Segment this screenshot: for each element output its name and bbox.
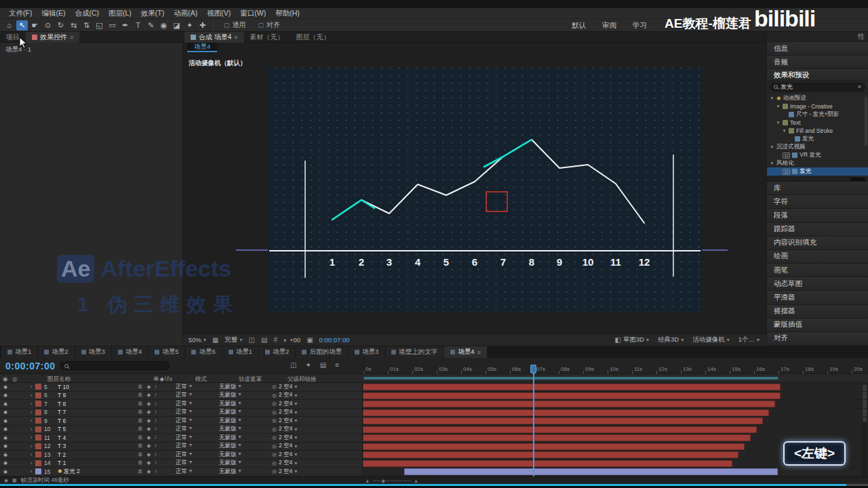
pickwhip-icon[interactable]: ◎ bbox=[272, 418, 277, 424]
comp-canvas[interactable]: 123456789101112 bbox=[268, 68, 702, 312]
track-matte-select[interactable]: 无蒙版▾ bbox=[219, 459, 272, 467]
layer-duration-bar[interactable] bbox=[404, 468, 778, 475]
eye-icon[interactable]: ◉ bbox=[0, 443, 11, 449]
dolly-camera-tool-icon[interactable]: ⇅ bbox=[81, 20, 92, 30]
panel-item-性[interactable]: 性 bbox=[767, 32, 868, 42]
expand-arrow-icon[interactable]: › bbox=[27, 384, 35, 390]
scrollbar-thumb[interactable] bbox=[850, 178, 865, 181]
layer-switches[interactable]: 单 ◆ / bbox=[138, 418, 176, 424]
zoom-tool-icon[interactable]: ⊙ bbox=[42, 20, 54, 30]
workspace-审阅[interactable]: 审阅 bbox=[602, 21, 616, 30]
layer-name[interactable]: ✱发光 2 bbox=[58, 468, 138, 476]
expand-arrow-icon[interactable]: › bbox=[27, 418, 35, 424]
time-ruler[interactable]: 0s01s02s03s04s05s06s07s08s09s10s11s12s13… bbox=[363, 358, 868, 374]
expand-arrow-icon[interactable]: › bbox=[27, 451, 35, 458]
eye-icon[interactable]: ◉ bbox=[0, 435, 11, 441]
panel-menu-icon[interactable]: ≡ bbox=[477, 349, 480, 356]
home-tool-icon[interactable]: ⌂ bbox=[3, 20, 15, 30]
playhead-grabber[interactable] bbox=[530, 365, 536, 373]
menu-item[interactable]: 窗口(W) bbox=[235, 9, 271, 18]
layer-name[interactable]: T 7 bbox=[58, 409, 138, 415]
preset-VR 发光[interactable]: 32VR 发光 bbox=[767, 151, 868, 159]
expand-arrow-icon[interactable]: › bbox=[27, 392, 35, 399]
eye-icon[interactable]: ◉ bbox=[0, 452, 11, 458]
tree-arrow-icon[interactable]: ▾ bbox=[782, 128, 787, 134]
layer-color-swatch[interactable] bbox=[35, 468, 41, 474]
clone-stamp-tool-icon[interactable]: ◉ bbox=[158, 20, 170, 30]
panel-item-段落[interactable]: 段落 bbox=[767, 209, 868, 222]
layer-name[interactable]: T 6 bbox=[58, 418, 138, 424]
panel-item-信息[interactable]: 信息 bbox=[767, 42, 868, 56]
expand-arrow-icon[interactable]: › bbox=[27, 468, 35, 474]
camera-view-select[interactable]: 活动摄像机▾ bbox=[692, 336, 730, 344]
layer-row[interactable]: ◉›11T 4单 ◆ /正常▾无蒙版▾◎2 空4▾ bbox=[0, 434, 362, 443]
panel-item-内容识别填充[interactable]: 内容识别填充 bbox=[767, 237, 868, 250]
tab-效果控件[interactable]: 效果控件≡ bbox=[26, 32, 79, 43]
panel-item-平滑器[interactable]: 平滑器 bbox=[767, 291, 868, 304]
preset-Fill and Stroke[interactable]: ▾Fill and Stroke bbox=[767, 127, 868, 135]
timeline-tab-场景3[interactable]: 场景3 bbox=[75, 346, 111, 358]
panel-item-跟踪器[interactable]: 跟踪器 bbox=[767, 223, 868, 237]
frame-blend-icon[interactable]: ▤ bbox=[320, 361, 326, 369]
tree-arrow-icon[interactable]: ▾ bbox=[776, 104, 781, 109]
preset-动画预设[interactable]: ▾✱动画预设 bbox=[767, 94, 868, 102]
magnification-select[interactable]: 50%▾ bbox=[189, 336, 206, 344]
track-matte-select[interactable]: 无蒙版▾ bbox=[219, 434, 272, 442]
expand-arrow-icon[interactable]: › bbox=[27, 434, 35, 441]
track-matte-select[interactable]: 无蒙版▾ bbox=[219, 391, 272, 399]
layer-switches[interactable]: 单 ◆ / bbox=[138, 384, 176, 390]
layer-color-swatch[interactable] bbox=[35, 460, 41, 466]
layer-row[interactable]: ◉›14T 1单 ◆ /正常▾无蒙版▾◎2 空4▾ bbox=[0, 460, 362, 468]
layer-name[interactable]: T 3 bbox=[58, 443, 138, 449]
eye-icon[interactable]: ◉ bbox=[0, 460, 11, 466]
timeline-tab-场景4[interactable]: 场景4 bbox=[112, 346, 148, 358]
expand-arrow-icon[interactable]: › bbox=[27, 426, 35, 432]
panel-item-库[interactable]: 库 bbox=[767, 182, 868, 195]
snapshot-icon[interactable]: ▣ bbox=[307, 336, 313, 344]
pan-camera-tool-icon[interactable]: ⇆ bbox=[68, 20, 79, 30]
track-matte-select[interactable]: 无蒙版▾ bbox=[219, 442, 272, 450]
layer-duration-bar[interactable] bbox=[363, 460, 732, 467]
track-matte-select[interactable]: 无蒙版▾ bbox=[219, 383, 272, 391]
layer-row[interactable]: ◉›15✱发光 2单 ◆ /正常▾无蒙版▾◎2 空4▾ bbox=[0, 468, 362, 476]
layer-name[interactable]: T 9 bbox=[58, 392, 138, 399]
layer-duration-bar[interactable] bbox=[363, 451, 738, 458]
grid-options-icon[interactable]: ▦ bbox=[212, 336, 218, 344]
panel-item-对齐[interactable]: 对齐 bbox=[767, 332, 868, 346]
layer-duration-bar[interactable] bbox=[363, 418, 763, 424]
preset-风格化[interactable]: ▾风格化 bbox=[767, 159, 868, 167]
layer-name[interactable]: T 2 bbox=[58, 451, 138, 458]
preset-发光[interactable]: 32发光 bbox=[767, 167, 868, 176]
timeline-zoom-slider[interactable]: ▲ ──◆────── ▲ bbox=[365, 478, 419, 484]
panel-menu-icon[interactable]: ≡ bbox=[234, 34, 237, 41]
layer-name[interactable]: T 1 bbox=[58, 460, 138, 466]
layer-switches[interactable]: 单 ◆ / bbox=[138, 460, 176, 466]
parent-link-select[interactable]: ◎2 空4▾ bbox=[272, 451, 362, 459]
layer-switches[interactable]: 单 ◆ / bbox=[138, 401, 176, 407]
timeline-tab-场景2[interactable]: 场景2 bbox=[259, 346, 295, 358]
layer-duration-bar[interactable] bbox=[363, 426, 757, 433]
panel-item-摇摆器[interactable]: 摇摆器 bbox=[767, 305, 868, 319]
layer-row[interactable]: ◉›7T 8单 ◆ /正常▾无蒙版▾◎2 空4▾ bbox=[0, 400, 362, 409]
layer-color-swatch[interactable] bbox=[35, 443, 41, 449]
eye-icon[interactable]: ◉ bbox=[0, 426, 11, 432]
layer-color-swatch[interactable] bbox=[35, 401, 41, 407]
orbit-camera-tool-icon[interactable]: ↻ bbox=[55, 20, 66, 30]
parent-link-select[interactable]: ◎2 空4▾ bbox=[272, 400, 362, 408]
layer-switches[interactable]: 单 ◆ / bbox=[138, 434, 176, 441]
toolbar-toggle-通用[interactable]: ▢通用 bbox=[224, 20, 246, 30]
layer-color-swatch[interactable] bbox=[35, 451, 41, 458]
layer-duration-bar[interactable] bbox=[363, 401, 775, 407]
layer-switches[interactable]: 单 ◆ / bbox=[138, 451, 176, 458]
menu-item[interactable]: 文件(F) bbox=[4, 9, 37, 18]
parent-link-select[interactable]: ◎2 空4▾ bbox=[272, 417, 362, 425]
menu-item[interactable]: 合成(C) bbox=[70, 9, 104, 18]
parent-link-select[interactable]: ◎2 空4▾ bbox=[272, 434, 362, 442]
pickwhip-icon[interactable]: ◎ bbox=[272, 384, 277, 390]
layer-switches[interactable]: 单 ◆ / bbox=[138, 409, 176, 415]
pickwhip-icon[interactable]: ◎ bbox=[272, 426, 277, 432]
track-matte-select[interactable]: 无蒙版▾ bbox=[219, 451, 272, 459]
timeline-tab-场景3[interactable]: 场景3 bbox=[349, 346, 384, 358]
layer-row[interactable]: ◉›5T 10单 ◆ /正常▾无蒙版▾◎2 空4▾ bbox=[0, 383, 362, 392]
blend-mode-select[interactable]: 正常▾ bbox=[176, 451, 219, 459]
